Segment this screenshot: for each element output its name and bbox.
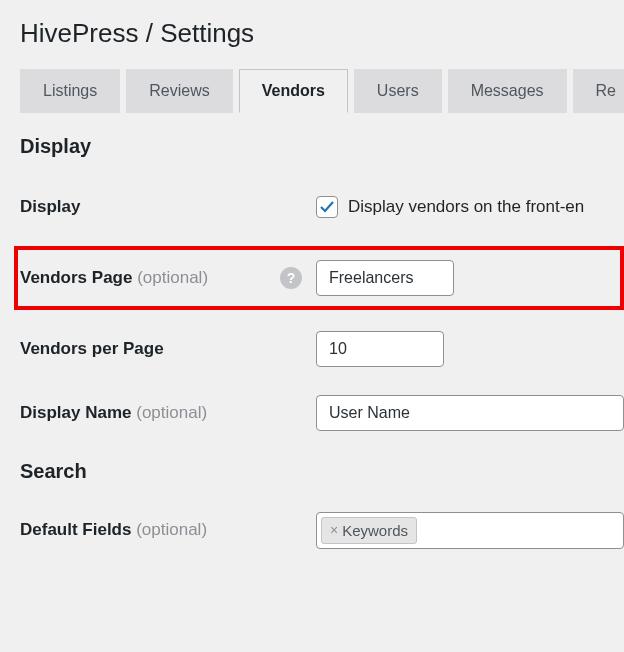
tab-requests[interactable]: Re (573, 69, 624, 113)
help-icon[interactable]: ? (280, 267, 302, 289)
keywords-tag-label: Keywords (342, 522, 408, 539)
display-name-label: Display Name (optional) (20, 403, 207, 423)
vendors-per-page-row: Vendors per Page (20, 328, 624, 370)
tab-reviews[interactable]: Reviews (126, 69, 232, 113)
tab-vendors[interactable]: Vendors (239, 69, 348, 113)
default-fields-input[interactable]: × Keywords (316, 512, 624, 549)
keywords-tag: × Keywords (321, 517, 417, 544)
vendors-per-page-label: Vendors per Page (20, 339, 164, 359)
tab-messages[interactable]: Messages (448, 69, 567, 113)
display-vendors-checkbox-desc: Display vendors on the front-en (348, 197, 584, 217)
display-name-select[interactable] (316, 395, 624, 431)
display-checkbox-label: Display (20, 197, 80, 217)
default-fields-row: Default Fields (optional) × Keywords (20, 509, 624, 551)
search-section-heading: Search (20, 460, 624, 483)
vendors-page-label: Vendors Page (optional) (20, 268, 208, 288)
tab-users[interactable]: Users (354, 69, 442, 113)
vendors-page-select[interactable] (316, 260, 454, 296)
vendors-page-row: Vendors Page (optional) ? (14, 246, 624, 310)
display-vendors-checkbox[interactable] (316, 196, 338, 218)
page-title: HivePress / Settings (20, 18, 624, 49)
remove-tag-icon[interactable]: × (330, 523, 338, 537)
default-fields-label: Default Fields (optional) (20, 520, 207, 540)
tab-listings[interactable]: Listings (20, 69, 120, 113)
vendors-per-page-input[interactable] (316, 331, 444, 367)
display-checkbox-row: Display Display vendors on the front-en (20, 186, 624, 228)
check-icon (319, 199, 335, 215)
settings-tabs: Listings Reviews Vendors Users Messages … (20, 69, 624, 113)
display-section-heading: Display (20, 135, 624, 158)
display-name-row: Display Name (optional) (20, 392, 624, 434)
